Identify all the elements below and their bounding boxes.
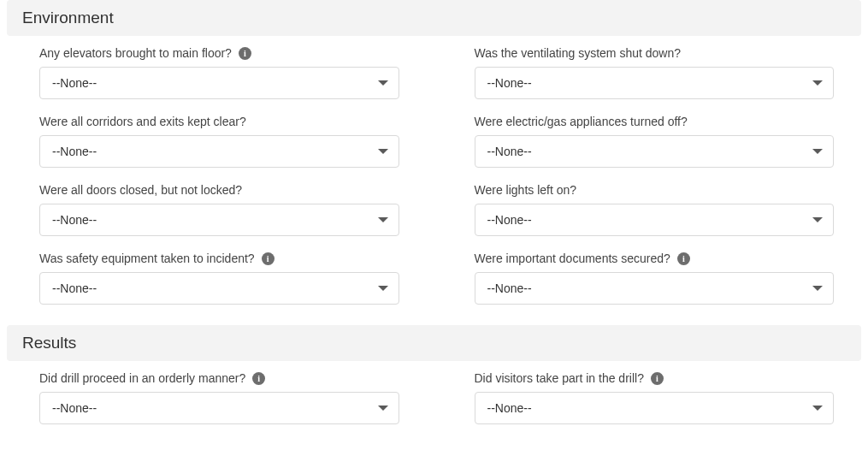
- info-icon[interactable]: i: [677, 252, 690, 265]
- chevron-down-icon: [812, 80, 823, 86]
- select-value: --None--: [487, 76, 532, 90]
- field-label: Was safety equipment taken to incident? …: [39, 252, 399, 265]
- select-appliances[interactable]: --None--: [475, 135, 835, 168]
- environment-form-grid: Any elevators brought to main floor? i -…: [0, 46, 868, 325]
- select-value: --None--: [487, 401, 532, 415]
- results-form-grid: Did drill proceed in an orderly manner? …: [0, 371, 868, 445]
- field-label: Were electric/gas appliances turned off?: [475, 115, 835, 128]
- select-orderly[interactable]: --None--: [39, 392, 399, 424]
- label-text: Were all corridors and exits kept clear?: [39, 115, 246, 128]
- select-value: --None--: [487, 145, 532, 158]
- field-label: Was the ventilating system shut down?: [475, 46, 835, 60]
- field-label: Did visitors take part in the drill? i: [475, 371, 835, 385]
- label-text: Were all doors closed, but not locked?: [39, 183, 242, 197]
- label-text: Did drill proceed in an orderly manner?: [39, 371, 245, 385]
- select-value: --None--: [52, 281, 97, 295]
- field-visitors: Did visitors take part in the drill? i -…: [475, 371, 869, 424]
- chevron-down-icon: [378, 80, 388, 86]
- field-label: Any elevators brought to main floor? i: [39, 46, 399, 60]
- chevron-down-icon: [378, 406, 388, 411]
- field-label: Were all corridors and exits kept clear?: [39, 115, 399, 128]
- field-label: Were all doors closed, but not locked?: [39, 183, 399, 197]
- chevron-down-icon: [812, 406, 823, 411]
- label-text: Was safety equipment taken to incident?: [39, 252, 255, 265]
- field-orderly: Did drill proceed in an orderly manner? …: [39, 371, 434, 424]
- select-value: --None--: [52, 76, 97, 90]
- select-visitors[interactable]: --None--: [475, 392, 835, 424]
- field-ventilating: Was the ventilating system shut down? --…: [475, 46, 869, 99]
- section-header-results: Results: [7, 325, 861, 361]
- label-text: Were important documents secured?: [475, 252, 670, 265]
- field-elevators: Any elevators brought to main floor? i -…: [39, 46, 434, 99]
- field-label: Were important documents secured? i: [475, 252, 835, 265]
- info-icon[interactable]: i: [262, 252, 275, 265]
- chevron-down-icon: [378, 149, 388, 154]
- label-text: Were electric/gas appliances turned off?: [475, 115, 688, 128]
- field-doors: Were all doors closed, but not locked? -…: [39, 183, 434, 236]
- select-ventilating[interactable]: --None--: [475, 67, 835, 99]
- info-icon[interactable]: i: [252, 372, 265, 385]
- label-text: Any elevators brought to main floor?: [39, 46, 232, 60]
- select-value: --None--: [52, 401, 97, 415]
- section-title: Results: [22, 334, 76, 352]
- chevron-down-icon: [378, 217, 388, 222]
- select-safety-equipment[interactable]: --None--: [39, 272, 399, 305]
- field-corridors: Were all corridors and exits kept clear?…: [39, 115, 434, 168]
- select-lights[interactable]: --None--: [475, 204, 835, 236]
- select-doors[interactable]: --None--: [39, 204, 399, 236]
- chevron-down-icon: [378, 286, 388, 291]
- field-lights: Were lights left on? --None--: [475, 183, 869, 236]
- section-header-environment: Environment: [7, 0, 861, 36]
- label-text: Did visitors take part in the drill?: [475, 371, 644, 385]
- select-documents[interactable]: --None--: [475, 272, 835, 305]
- chevron-down-icon: [812, 286, 823, 291]
- label-text: Was the ventilating system shut down?: [475, 46, 682, 60]
- select-value: --None--: [487, 281, 532, 295]
- field-appliances: Were electric/gas appliances turned off?…: [475, 115, 869, 168]
- info-icon[interactable]: i: [239, 47, 251, 60]
- field-safety-equipment: Was safety equipment taken to incident? …: [39, 252, 434, 305]
- chevron-down-icon: [812, 217, 823, 222]
- select-value: --None--: [487, 213, 532, 227]
- label-text: Were lights left on?: [475, 183, 577, 197]
- select-elevators[interactable]: --None--: [39, 67, 399, 99]
- section-title: Environment: [22, 9, 114, 27]
- field-documents: Were important documents secured? i --No…: [475, 252, 869, 305]
- field-label: Were lights left on?: [475, 183, 835, 197]
- chevron-down-icon: [812, 149, 823, 154]
- info-icon[interactable]: i: [651, 372, 664, 385]
- select-value: --None--: [52, 145, 97, 158]
- select-corridors[interactable]: --None--: [39, 135, 399, 168]
- field-label: Did drill proceed in an orderly manner? …: [39, 371, 399, 385]
- select-value: --None--: [52, 213, 97, 227]
